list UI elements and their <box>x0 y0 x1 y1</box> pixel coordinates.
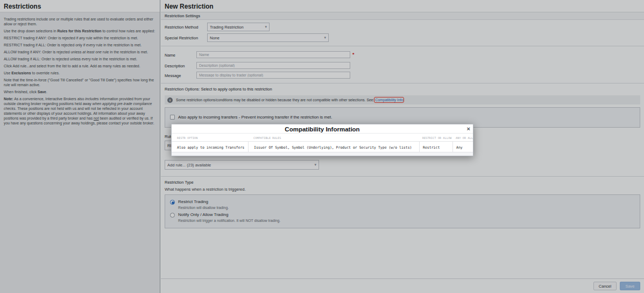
cell-restrict-or-allow: Restrict <box>419 142 452 152</box>
column-header-restrict-or-allow: RESTRICT OR ALLOW <box>419 134 452 141</box>
app-window: Restrictions Trading restrictions includ… <box>0 0 644 293</box>
compatibility-information-modal: Compatibility Information × RESTR OPTION… <box>171 124 473 156</box>
modal-footer-strip <box>172 152 473 156</box>
column-header-compatible-rules: COMPATIBLE RULES <box>248 134 419 141</box>
table-row: Also apply to incoming Transfers Issuer … <box>172 141 473 152</box>
cell-any-or-all: Any <box>452 142 473 152</box>
column-header-any-or-all: ANY OR ALL <box>452 134 473 141</box>
modal-title: Compatibility Information <box>172 124 473 134</box>
modal-table-header: RESTR OPTION COMPATIBLE RULES RESTRICT O… <box>172 134 473 141</box>
column-header-restr-option: RESTR OPTION <box>172 134 248 141</box>
cell-restr-option: Also apply to incoming Transfers <box>172 142 248 152</box>
cell-compatible-rules: Issuer Of Symbol, Symbol (Underlying), P… <box>248 142 419 152</box>
modal-titlebar: Compatibility Information × <box>172 124 473 134</box>
close-icon[interactable]: × <box>467 125 470 133</box>
